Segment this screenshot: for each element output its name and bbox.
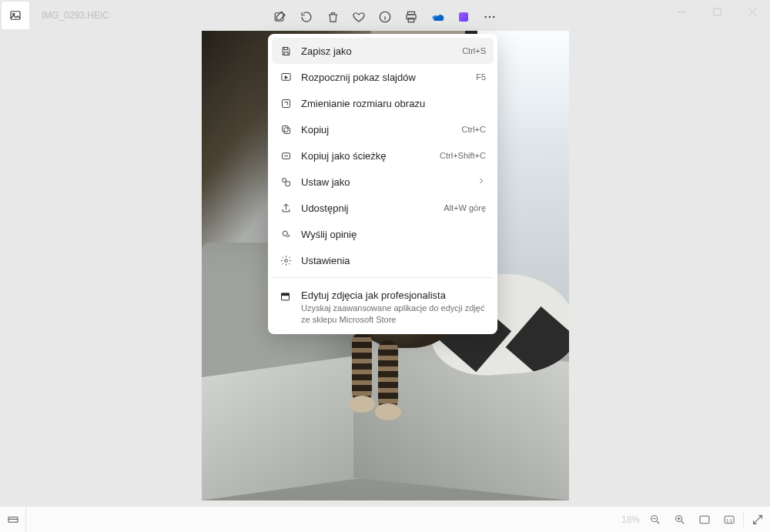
fit-window-button[interactable] xyxy=(692,507,717,533)
save-icon xyxy=(280,45,292,57)
menu-shortcut: Ctrl+C xyxy=(462,125,486,134)
menu-label: Ustaw jako xyxy=(301,176,467,188)
filmstrip-toggle[interactable] xyxy=(0,507,26,533)
zoom-in-button[interactable] xyxy=(668,507,692,533)
menu-copy-path[interactable]: Kopiuj jako ścieżkę Ctrl+Shift+C xyxy=(272,142,494,169)
svg-rect-0 xyxy=(11,12,20,20)
menu-label: Rozpocznij pokaz slajdów xyxy=(301,72,467,83)
menu-resize[interactable]: Zmienianie rozmiaru obrazu xyxy=(272,90,494,116)
menu-label: Kopiuj xyxy=(301,124,453,136)
delete-icon[interactable] xyxy=(325,9,340,25)
menu-label: Wyślij opinię xyxy=(301,229,486,240)
edit-icon[interactable] xyxy=(273,9,288,25)
close-button[interactable] xyxy=(735,0,770,23)
store-icon xyxy=(280,291,292,303)
svg-rect-16 xyxy=(284,52,288,55)
svg-rect-15 xyxy=(284,47,287,49)
menu-shortcut: F5 xyxy=(476,72,486,82)
window-controls xyxy=(664,0,770,23)
file-name: IMG_0293.HEIC xyxy=(42,10,109,21)
info-icon[interactable] xyxy=(377,9,393,25)
actual-size-button[interactable]: 1:1 xyxy=(717,507,742,533)
svg-rect-28 xyxy=(8,517,18,522)
svg-rect-12 xyxy=(714,8,721,15)
menu-slideshow[interactable]: Rozpocznij pokaz slajdów F5 xyxy=(272,64,494,90)
gear-icon xyxy=(280,254,292,266)
onedrive-icon[interactable] xyxy=(430,9,445,25)
app-icon[interactable] xyxy=(2,2,29,29)
status-bar: 18% 1:1 xyxy=(0,506,770,532)
rotate-icon[interactable] xyxy=(299,9,314,25)
fullscreen-button[interactable] xyxy=(745,507,770,533)
svg-point-9 xyxy=(489,16,490,18)
svg-rect-37 xyxy=(700,516,709,523)
menu-feedback[interactable]: Wyślij opinię xyxy=(272,221,494,247)
svg-point-22 xyxy=(282,178,286,182)
share-icon xyxy=(280,202,292,214)
maximize-button[interactable] xyxy=(699,0,735,23)
promo-title: Edytuj zdjęcia jak profesjonalista xyxy=(301,289,486,301)
zoom-level: 18% xyxy=(621,514,640,525)
svg-rect-18 xyxy=(282,99,290,107)
svg-point-25 xyxy=(284,259,287,262)
svg-line-34 xyxy=(681,521,684,524)
svg-rect-27 xyxy=(282,293,290,296)
minimize-button[interactable] xyxy=(664,0,699,23)
title-bar: IMG_0293.HEIC xyxy=(0,0,770,31)
svg-line-31 xyxy=(657,521,659,524)
favorite-icon[interactable] xyxy=(351,9,367,25)
svg-rect-23 xyxy=(285,181,290,186)
svg-point-8 xyxy=(485,16,487,18)
top-toolbar xyxy=(273,6,497,28)
menu-label: Kopiuj jako ścieżkę xyxy=(301,150,430,162)
menu-shortcut: Ctrl+Shift+C xyxy=(440,151,486,160)
print-icon[interactable] xyxy=(403,9,419,25)
svg-rect-20 xyxy=(282,125,288,132)
copy-icon xyxy=(280,123,292,136)
play-icon xyxy=(280,71,292,83)
svg-rect-19 xyxy=(284,128,290,134)
menu-separator xyxy=(272,277,494,278)
promo-description: Uzyskaj zaawansowane aplikacje do edycji… xyxy=(301,303,486,326)
copy-path-icon xyxy=(280,149,292,162)
set-as-icon xyxy=(280,176,292,188)
menu-shortcut: Ctrl+S xyxy=(462,46,486,55)
svg-rect-6 xyxy=(408,18,414,22)
menu-share[interactable]: Udostępnij Alt+W górę xyxy=(272,195,494,221)
more-menu-dropdown: Zapisz jako Ctrl+S Rozpocznij pokaz slaj… xyxy=(268,34,497,334)
menu-label: Ustawienia xyxy=(301,255,486,266)
menu-settings[interactable]: Ustawienia xyxy=(272,247,494,273)
resize-icon xyxy=(280,97,292,109)
svg-point-24 xyxy=(283,231,287,236)
svg-rect-7 xyxy=(459,12,468,22)
menu-set-as[interactable]: Ustaw jako xyxy=(272,169,494,195)
more-icon[interactable] xyxy=(482,9,497,25)
clipchamp-icon[interactable] xyxy=(456,9,471,25)
menu-save-as[interactable]: Zapisz jako Ctrl+S xyxy=(272,38,494,64)
menu-label: Zmienianie rozmiaru obrazu xyxy=(301,98,486,109)
menu-shortcut: Alt+W górę xyxy=(444,203,486,212)
svg-point-10 xyxy=(493,16,494,18)
chevron-right-icon xyxy=(477,176,486,188)
zoom-out-button[interactable] xyxy=(643,507,668,533)
menu-edit-pro[interactable]: Edytuj zdjęcia jak profesjonalista Uzysk… xyxy=(272,282,494,330)
svg-text:1:1: 1:1 xyxy=(726,517,733,522)
menu-copy[interactable]: Kopiuj Ctrl+C xyxy=(272,116,494,142)
menu-label: Zapisz jako xyxy=(301,45,453,57)
menu-label: Udostępnij xyxy=(301,202,434,214)
feedback-icon xyxy=(280,228,292,240)
